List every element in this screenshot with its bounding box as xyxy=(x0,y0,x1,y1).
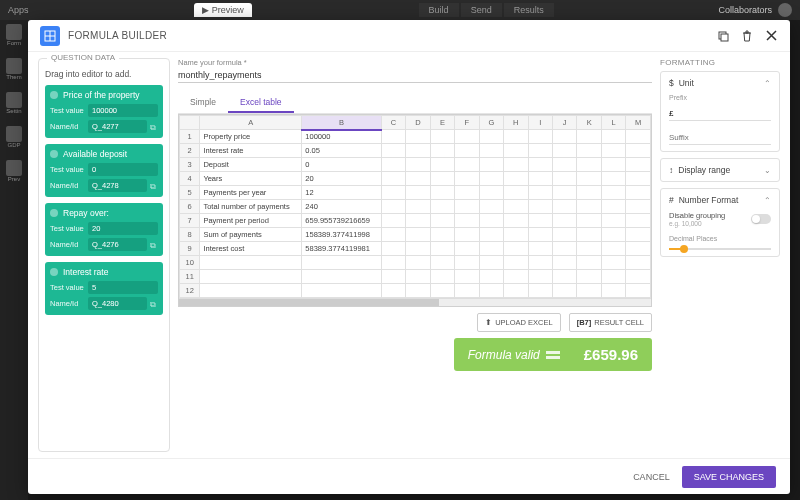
nav-build[interactable]: Build xyxy=(419,3,459,17)
spreadsheet[interactable]: ABCDEFGHIJKLM1Property price1000002Inter… xyxy=(178,114,652,307)
cell[interactable] xyxy=(381,242,405,256)
cell[interactable] xyxy=(430,214,454,228)
cell[interactable] xyxy=(626,172,651,186)
cell[interactable] xyxy=(406,242,430,256)
cell[interactable] xyxy=(455,214,479,228)
cell[interactable] xyxy=(406,284,430,298)
cell[interactable] xyxy=(626,228,651,242)
cell[interactable] xyxy=(601,172,625,186)
cell[interactable] xyxy=(430,172,454,186)
cell[interactable] xyxy=(577,228,601,242)
column-header[interactable]: J xyxy=(553,116,577,130)
cell[interactable] xyxy=(406,228,430,242)
cell[interactable] xyxy=(479,144,503,158)
row-number[interactable]: 11 xyxy=(180,270,200,284)
cell[interactable] xyxy=(553,228,577,242)
cell[interactable]: 58389.3774119981 xyxy=(302,242,382,256)
cell[interactable] xyxy=(381,158,405,172)
cell[interactable] xyxy=(455,256,479,270)
cell[interactable] xyxy=(479,256,503,270)
copy-icon[interactable]: ⧉ xyxy=(150,241,158,249)
cell[interactable] xyxy=(455,228,479,242)
cell[interactable] xyxy=(200,270,302,284)
disable-grouping-toggle[interactable] xyxy=(751,214,771,224)
cell[interactable] xyxy=(381,200,405,214)
test-value[interactable]: 100000 xyxy=(88,104,158,117)
cell[interactable] xyxy=(553,158,577,172)
cell[interactable] xyxy=(528,144,552,158)
cell[interactable] xyxy=(528,228,552,242)
column-header[interactable]: F xyxy=(455,116,479,130)
column-header[interactable]: M xyxy=(626,116,651,130)
drag-handle-icon[interactable] xyxy=(50,268,58,276)
nav-results[interactable]: Results xyxy=(504,3,554,17)
cell[interactable]: Payments per year xyxy=(200,186,302,200)
cell[interactable] xyxy=(504,242,528,256)
cell[interactable] xyxy=(601,186,625,200)
cell[interactable] xyxy=(381,186,405,200)
cell[interactable] xyxy=(626,200,651,214)
cell[interactable] xyxy=(479,200,503,214)
cell[interactable] xyxy=(430,284,454,298)
avatar[interactable] xyxy=(778,3,792,17)
cell[interactable] xyxy=(381,228,405,242)
cell[interactable] xyxy=(455,172,479,186)
cell[interactable]: Total number of payments xyxy=(200,200,302,214)
column-header[interactable]: A xyxy=(200,116,302,130)
cell[interactable] xyxy=(528,256,552,270)
cell[interactable]: 0 xyxy=(302,158,382,172)
cell[interactable] xyxy=(528,270,552,284)
cell[interactable] xyxy=(504,284,528,298)
upload-excel-button[interactable]: ⬆ UPLOAD EXCEL xyxy=(477,313,561,332)
cell[interactable] xyxy=(455,186,479,200)
row-number[interactable]: 9 xyxy=(180,242,200,256)
cell[interactable] xyxy=(455,130,479,144)
cell[interactable] xyxy=(479,228,503,242)
row-number[interactable]: 8 xyxy=(180,228,200,242)
cell[interactable] xyxy=(601,158,625,172)
column-header[interactable]: K xyxy=(577,116,601,130)
cell[interactable] xyxy=(528,242,552,256)
drag-handle-icon[interactable] xyxy=(50,209,58,217)
cell[interactable]: 240 xyxy=(302,200,382,214)
row-number[interactable]: 5 xyxy=(180,186,200,200)
collaborators-label[interactable]: Collaborators xyxy=(718,5,772,15)
cell[interactable] xyxy=(504,130,528,144)
row-number[interactable]: 4 xyxy=(180,172,200,186)
cell[interactable] xyxy=(455,158,479,172)
cell[interactable]: Sum of payments xyxy=(200,228,302,242)
column-header[interactable]: G xyxy=(479,116,503,130)
cell[interactable] xyxy=(381,130,405,144)
cell[interactable] xyxy=(381,214,405,228)
cell[interactable] xyxy=(553,172,577,186)
cell[interactable] xyxy=(601,228,625,242)
formula-name-input[interactable] xyxy=(178,68,652,83)
result-cell-button[interactable]: [B7] RESULT CELL xyxy=(569,313,652,332)
cell[interactable] xyxy=(577,284,601,298)
cell[interactable] xyxy=(479,158,503,172)
cell[interactable] xyxy=(601,284,625,298)
copy-icon[interactable]: ⧉ xyxy=(150,300,158,308)
cell[interactable] xyxy=(430,256,454,270)
cell[interactable] xyxy=(504,270,528,284)
cell[interactable] xyxy=(479,186,503,200)
nav-send[interactable]: Send xyxy=(461,3,502,17)
cell[interactable] xyxy=(504,186,528,200)
sidebar-item-theme[interactable]: Them xyxy=(6,58,22,80)
copy-icon[interactable] xyxy=(716,29,730,43)
cell[interactable] xyxy=(553,130,577,144)
cell[interactable] xyxy=(626,270,651,284)
cell[interactable]: 0.05 xyxy=(302,144,382,158)
cell[interactable] xyxy=(626,144,651,158)
display-range-section[interactable]: ↕Display range ⌄ xyxy=(661,159,779,181)
cell[interactable] xyxy=(406,158,430,172)
close-icon[interactable] xyxy=(764,29,778,43)
cell[interactable] xyxy=(553,214,577,228)
column-header[interactable]: B xyxy=(302,116,382,130)
cell[interactable] xyxy=(455,284,479,298)
test-value[interactable]: 0 xyxy=(88,163,158,176)
unit-section[interactable]: $Unit ⌃ Prefix xyxy=(661,72,779,151)
column-header[interactable]: C xyxy=(381,116,405,130)
horizontal-scrollbar[interactable] xyxy=(179,298,651,306)
drag-handle-icon[interactable] xyxy=(50,150,58,158)
